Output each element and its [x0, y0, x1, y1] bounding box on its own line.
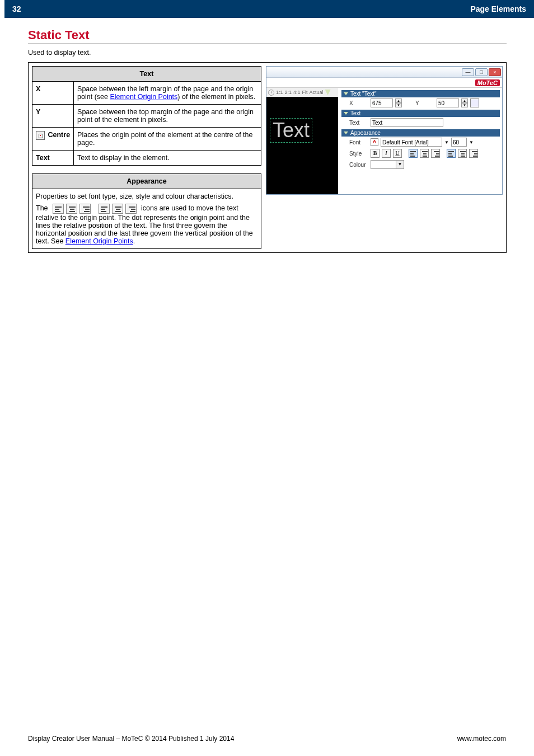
- centre-label: Centre: [48, 131, 70, 139]
- window-titlebar: — □ ×: [266, 67, 502, 78]
- zoom-actual[interactable]: Actual: [310, 90, 324, 95]
- intro-text: Used to display text.: [28, 49, 534, 57]
- panel-body: + 1:1 2:1 4:1 Fit Actual Text Text "Text…: [266, 88, 502, 194]
- preview-text-element[interactable]: Text: [270, 118, 312, 143]
- page-number: 32: [12, 4, 21, 13]
- h-align-icon-group: [52, 204, 91, 214]
- v-align-icon-group: [98, 204, 137, 214]
- font-dropdown-icon[interactable]: ▼: [444, 140, 449, 145]
- font-label: Font: [349, 139, 368, 145]
- align-top-icon: [99, 204, 110, 214]
- chevron-down-icon: [344, 92, 348, 95]
- centre-icon: [36, 131, 45, 140]
- right-column: — □ × MoTeC + 1:1 2:1 4:1 Fit Actual: [266, 66, 503, 249]
- table-row: Centre Places the origin point of the el…: [32, 128, 261, 151]
- close-button[interactable]: ×: [489, 68, 501, 76]
- section-text[interactable]: Text: [341, 110, 500, 117]
- properties-panel: — □ × MoTeC + 1:1 2:1 4:1 Fit Actual: [266, 66, 503, 195]
- desc-text: .: [133, 237, 135, 245]
- section-position[interactable]: Text "Text": [341, 90, 500, 97]
- chevron-down-icon: [344, 112, 348, 115]
- text-properties-table: Text X Space between the left margin of …: [32, 66, 261, 166]
- align-left-icon: [53, 204, 64, 214]
- y-input[interactable]: [437, 98, 459, 107]
- zoom-41[interactable]: 4:1: [293, 90, 301, 95]
- section-title-text: Text "Text": [350, 91, 377, 97]
- row-text: Text: [341, 117, 500, 128]
- size-dropdown-icon[interactable]: ▼: [469, 140, 474, 145]
- v-align-middle-button[interactable]: [458, 149, 467, 158]
- x-input[interactable]: [371, 98, 393, 107]
- text-input[interactable]: [371, 118, 443, 127]
- font-size-input[interactable]: [451, 138, 467, 147]
- section-title-text: Appearance: [350, 130, 381, 136]
- zoom-11[interactable]: 1:1: [276, 90, 283, 95]
- zoom-fit[interactable]: Fit: [302, 90, 308, 95]
- bold-button[interactable]: B: [371, 149, 380, 158]
- underline-button[interactable]: U: [393, 149, 402, 158]
- section-appearance[interactable]: Appearance: [341, 129, 500, 137]
- desc-text: ) of the element in pixels.: [177, 93, 255, 101]
- appearance-description: Properties to set font type, size, style…: [32, 189, 261, 249]
- left-column: Text X Space between the left margin of …: [32, 66, 261, 249]
- h-align-left-button[interactable]: [409, 149, 418, 158]
- section-name: Page Elements: [470, 4, 526, 13]
- prop-key-y: Y: [32, 105, 74, 128]
- v-align-top-button[interactable]: [447, 149, 456, 158]
- minimize-button[interactable]: —: [462, 68, 474, 76]
- chevron-down-icon: [344, 132, 348, 134]
- prop-desc-centre: Places the origin point of the element a…: [74, 128, 261, 151]
- h-align-right-button[interactable]: [431, 149, 440, 158]
- page-header: 32 Page Elements: [4, 0, 534, 18]
- appearance-para2: The icons are used to move the text rela…: [36, 204, 257, 245]
- text-label: Text: [349, 120, 368, 126]
- table-row: Y Space between the top margin of the pa…: [32, 105, 261, 128]
- y-label: Y: [415, 100, 434, 106]
- properties-inspector: Text "Text" X ▲▼ Y ▲▼ Text: [338, 88, 502, 194]
- zoom-21[interactable]: 2:1: [285, 90, 292, 95]
- align-bottom-icon: [125, 204, 137, 214]
- prop-desc-y: Space between the top margin of the page…: [74, 105, 261, 128]
- zoom-in-icon[interactable]: +: [268, 90, 274, 96]
- page-footer: Display Creator User Manual – MoTeC © 20…: [28, 735, 506, 743]
- footer-left: Display Creator User Manual – MoTeC © 20…: [28, 735, 234, 743]
- v-align-bottom-button[interactable]: [469, 149, 478, 158]
- row-style: Style B I U: [341, 148, 500, 159]
- zoom-dropdown-icon[interactable]: [325, 90, 331, 95]
- footer-right: www.motec.com: [457, 735, 506, 743]
- brand-row: MoTeC: [266, 78, 502, 88]
- row-colour: Colour ▼: [341, 159, 500, 170]
- element-origin-link[interactable]: Element Origin Points: [110, 93, 177, 101]
- style-label: Style: [349, 151, 368, 157]
- maximize-button[interactable]: □: [475, 68, 488, 76]
- table-row: X Space between the left margin of the p…: [32, 82, 261, 105]
- prop-desc-text: Text to display in the element.: [74, 151, 261, 166]
- x-spinner[interactable]: ▲▼: [395, 98, 402, 107]
- appearance-para1: Properties to set font type, size, style…: [36, 192, 257, 200]
- table-row: Text Text to display in the element.: [32, 151, 261, 166]
- align-middle-icon: [112, 204, 123, 214]
- motec-logo: MoTeC: [475, 79, 500, 86]
- colour-preview: [371, 161, 396, 168]
- zoom-toolbar: + 1:1 2:1 4:1 Fit Actual: [266, 88, 338, 97]
- y-spinner[interactable]: ▲▼: [461, 98, 468, 107]
- align-right-icon: [79, 204, 91, 214]
- colour-label: Colour: [349, 162, 368, 168]
- font-picker-icon[interactable]: A: [371, 138, 378, 146]
- appearance-table: Appearance: [32, 173, 261, 189]
- row-font: Font A ▼ ▼: [341, 137, 500, 148]
- prop-key-text: Text: [32, 151, 74, 166]
- colour-swatch[interactable]: ▼: [371, 160, 404, 169]
- preview-area: + 1:1 2:1 4:1 Fit Actual Text: [266, 88, 338, 194]
- section-title: Static Text: [28, 28, 507, 44]
- appearance-heading: Appearance: [32, 174, 261, 189]
- font-select[interactable]: [381, 138, 442, 147]
- prop-desc-x: Space between the left margin of the pag…: [74, 82, 261, 105]
- colour-dropdown-icon[interactable]: ▼: [396, 161, 404, 168]
- italic-button[interactable]: I: [382, 149, 391, 158]
- h-align-center-button[interactable]: [420, 149, 429, 158]
- element-origin-link[interactable]: Element Origin Points: [65, 237, 133, 245]
- section-title-text: Text: [350, 110, 360, 116]
- centre-button[interactable]: [470, 98, 479, 107]
- row-xy: X ▲▼ Y ▲▼: [341, 97, 500, 109]
